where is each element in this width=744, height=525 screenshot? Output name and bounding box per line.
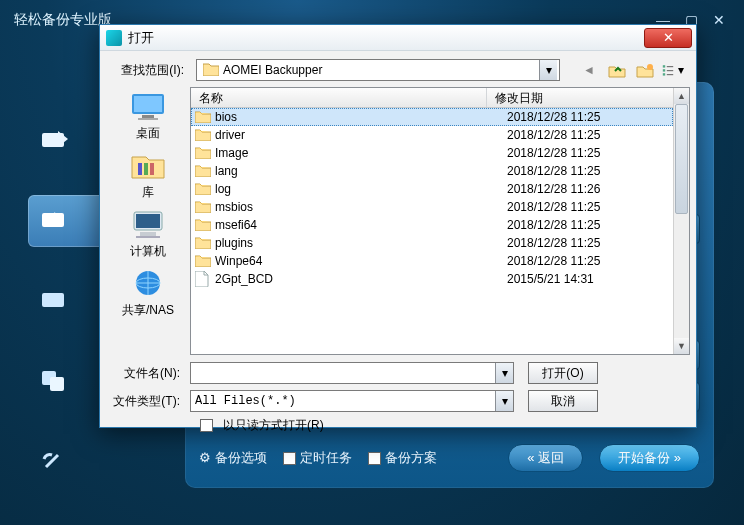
place-label: 共享/NAS (122, 302, 174, 319)
svg-rect-14 (142, 115, 154, 118)
place-computer[interactable]: 计算机 (106, 207, 190, 260)
file-row[interactable]: msefi642018/12/28 11:25 (191, 216, 673, 234)
place-label: 桌面 (136, 125, 160, 142)
dialog-titlebar[interactable]: 打开 ✕ (100, 25, 696, 51)
file-date: 2018/12/28 11:26 (503, 182, 673, 196)
chevron-down-icon[interactable]: ▾ (495, 363, 513, 383)
folder-icon (195, 199, 211, 215)
file-row[interactable]: Image2018/12/28 11:25 (191, 144, 673, 162)
file-rows: bios2018/12/28 11:25driver2018/12/28 11:… (191, 108, 673, 354)
svg-rect-6 (663, 65, 665, 67)
filename-label: 文件名(N): (100, 365, 190, 382)
file-date: 2018/12/28 11:25 (503, 218, 673, 232)
btn-back[interactable]: « 返回 (508, 444, 583, 472)
svg-rect-9 (667, 66, 673, 67)
file-row[interactable]: Winpe642018/12/28 11:25 (191, 252, 673, 270)
chevron-down-icon[interactable]: ▾ (495, 391, 513, 411)
readonly-row[interactable]: 以只读方式打开(R) (100, 417, 690, 434)
opt-options[interactable]: ⚙ 备份选项 (199, 449, 267, 467)
svg-rect-17 (144, 163, 148, 175)
desktop-icon (128, 89, 168, 123)
dialog-title: 打开 (128, 29, 154, 47)
file-name: plugins (215, 236, 503, 250)
svg-rect-4 (50, 377, 64, 391)
readonly-checkbox[interactable] (200, 419, 213, 432)
file-name: driver (215, 128, 503, 142)
svg-rect-18 (150, 163, 154, 175)
file-row[interactable]: plugins2018/12/28 11:25 (191, 234, 673, 252)
file-name: 2Gpt_BCD (215, 272, 503, 286)
folder-icon (195, 127, 211, 143)
filename-field[interactable]: ▾ (190, 362, 514, 384)
folder-icon (195, 109, 211, 125)
filetype-label: 文件类型(T): (100, 393, 190, 410)
restore-icon (40, 289, 70, 313)
filetype-field[interactable]: All Files(*.*) ▾ (190, 390, 514, 412)
file-name: bios (215, 110, 503, 124)
places-bar: 桌面库计算机共享/NAS (106, 87, 190, 355)
close-button[interactable]: ✕ (708, 9, 730, 31)
folder-icon (195, 235, 211, 251)
nav-newfolder-button[interactable] (634, 60, 656, 80)
col-date[interactable]: 修改日期 (487, 88, 689, 107)
dialog-close-button[interactable]: ✕ (644, 28, 692, 48)
col-name[interactable]: 名称 (191, 88, 487, 107)
backup-icon (40, 209, 70, 233)
dialog-footer: 文件名(N): ▾ 打开(O) 文件类型(T): All Files(*.*) … (100, 361, 690, 421)
filetype-value: All Files(*.*) (191, 394, 495, 408)
network-icon (128, 266, 168, 300)
svg-rect-2 (42, 293, 64, 307)
file-row[interactable]: driver2018/12/28 11:25 (191, 126, 673, 144)
file-list: 名称 修改日期 bios2018/12/28 11:25driver2018/1… (190, 87, 690, 355)
svg-rect-15 (138, 118, 158, 120)
readonly-label: 以只读方式打开(R) (223, 417, 324, 434)
file-name: log (215, 182, 503, 196)
folder-icon (203, 62, 219, 78)
place-desktop[interactable]: 桌面 (106, 89, 190, 142)
place-network[interactable]: 共享/NAS (106, 266, 190, 319)
scroll-down-icon[interactable]: ▼ (674, 338, 689, 354)
file-date: 2015/5/21 14:31 (503, 272, 673, 286)
cancel-button[interactable]: 取消 (528, 390, 598, 412)
svg-rect-16 (138, 163, 142, 175)
file-row[interactable]: lang2018/12/28 11:25 (191, 162, 673, 180)
open-button[interactable]: 打开(O) (528, 362, 598, 384)
folder-icon (195, 163, 211, 179)
home-icon (40, 129, 70, 153)
folder-icon (195, 181, 211, 197)
lookin-combo[interactable]: AOMEI Backupper ▾ (196, 59, 560, 81)
file-list-header[interactable]: 名称 修改日期 (191, 88, 689, 108)
svg-rect-20 (136, 214, 160, 228)
chevron-down-icon[interactable]: ▾ (539, 60, 557, 80)
nav-view-button[interactable]: ▾ (662, 60, 684, 80)
svg-rect-13 (134, 96, 162, 112)
file-row[interactable]: bios2018/12/28 11:25 (191, 108, 673, 126)
place-label: 计算机 (130, 243, 166, 260)
scroll-thumb[interactable] (675, 104, 688, 214)
place-library[interactable]: 库 (106, 148, 190, 201)
file-name: msbios (215, 200, 503, 214)
nav-back-button[interactable]: ◄ (578, 60, 600, 80)
file-row[interactable]: msbios2018/12/28 11:25 (191, 198, 673, 216)
opt-schedule[interactable]: 定时任务 (283, 449, 352, 467)
file-name: msefi64 (215, 218, 503, 232)
nav-up-button[interactable] (606, 60, 628, 80)
opt-scheme[interactable]: 备份方案 (368, 449, 437, 467)
file-date: 2018/12/28 11:25 (503, 236, 673, 250)
btn-start[interactable]: 开始备份 » (599, 444, 700, 472)
scrollbar[interactable]: ▲ ▼ (673, 88, 689, 354)
sidebar-item-tools[interactable] (28, 435, 118, 487)
file-date: 2018/12/28 11:25 (503, 128, 673, 142)
file-row[interactable]: log2018/12/28 11:26 (191, 180, 673, 198)
svg-point-5 (647, 64, 653, 70)
computer-icon (128, 207, 168, 241)
scroll-up-icon[interactable]: ▲ (674, 88, 689, 104)
file-row[interactable]: 2Gpt_BCD2015/5/21 14:31 (191, 270, 673, 288)
library-icon (128, 148, 168, 182)
svg-rect-10 (667, 70, 673, 71)
open-dialog: 打开 ✕ 查找范围(I): AOMEI Backupper ▾ ◄ ▾ 桌面库计… (99, 24, 697, 428)
file-name: lang (215, 164, 503, 178)
svg-rect-1 (42, 213, 64, 227)
lookin-value: AOMEI Backupper (223, 63, 539, 77)
file-name: Image (215, 146, 503, 160)
